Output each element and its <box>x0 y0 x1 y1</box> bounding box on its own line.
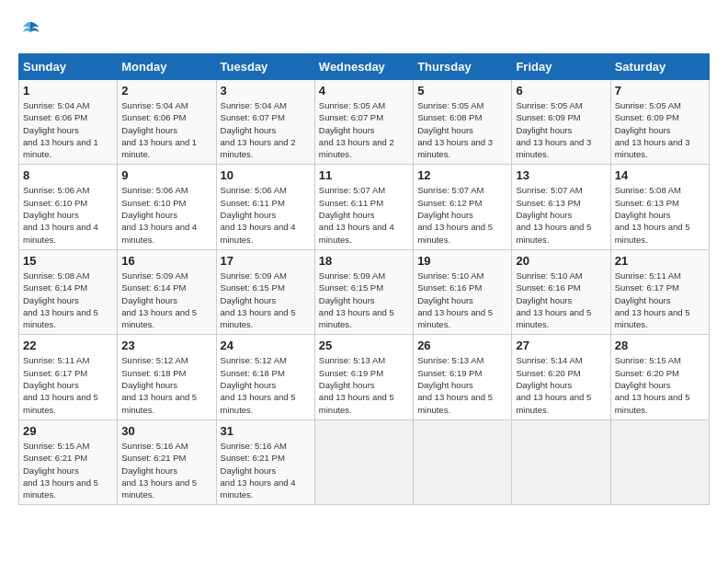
calendar-cell <box>610 419 709 504</box>
day-info: Sunrise: 5:12 AM Sunset: 6:18 PM Dayligh… <box>121 354 211 415</box>
day-number: 20 <box>516 254 606 268</box>
day-number: 4 <box>319 84 409 98</box>
calendar-cell: 31 Sunrise: 5:16 AM Sunset: 6:21 PM Dayl… <box>216 419 314 504</box>
calendar-cell: 8 Sunrise: 5:06 AM Sunset: 6:10 PM Dayli… <box>19 165 118 249</box>
day-number: 17 <box>221 254 311 268</box>
logo <box>18 18 40 39</box>
calendar-cell: 17 Sunrise: 5:09 AM Sunset: 6:15 PM Dayl… <box>216 249 314 334</box>
day-number: 29 <box>23 424 113 438</box>
day-number: 18 <box>319 254 409 268</box>
calendar-cell <box>314 419 413 504</box>
calendar-cell: 29 Sunrise: 5:15 AM Sunset: 6:21 PM Dayl… <box>19 419 118 504</box>
day-number: 5 <box>417 84 507 98</box>
day-info: Sunrise: 5:13 AM Sunset: 6:19 PM Dayligh… <box>417 354 507 415</box>
day-number: 30 <box>121 424 211 438</box>
logo-bird-icon <box>20 18 40 39</box>
calendar-week-row: 8 Sunrise: 5:06 AM Sunset: 6:10 PM Dayli… <box>19 165 710 249</box>
day-info: Sunrise: 5:16 AM Sunset: 6:21 PM Dayligh… <box>121 440 211 500</box>
day-info: Sunrise: 5:15 AM Sunset: 6:21 PM Dayligh… <box>23 440 113 500</box>
day-number: 24 <box>221 339 311 352</box>
calendar-cell: 16 Sunrise: 5:09 AM Sunset: 6:14 PM Dayl… <box>118 249 216 334</box>
calendar-cell: 28 Sunrise: 5:15 AM Sunset: 6:20 PM Dayl… <box>610 335 709 419</box>
day-info: Sunrise: 5:06 AM Sunset: 6:11 PM Dayligh… <box>221 184 311 245</box>
day-number: 23 <box>121 339 211 352</box>
day-header-saturday: Saturday <box>610 54 709 80</box>
calendar-table: SundayMondayTuesdayWednesdayThursdayFrid… <box>18 53 710 505</box>
day-number: 26 <box>417 339 507 352</box>
calendar-cell: 10 Sunrise: 5:06 AM Sunset: 6:11 PM Dayl… <box>216 165 314 249</box>
day-number: 10 <box>221 168 311 182</box>
day-number: 22 <box>23 339 113 352</box>
day-info: Sunrise: 5:14 AM Sunset: 6:20 PM Dayligh… <box>516 354 606 415</box>
calendar-cell: 18 Sunrise: 5:09 AM Sunset: 6:15 PM Dayl… <box>314 249 413 334</box>
day-header-thursday: Thursday <box>414 54 512 80</box>
calendar-cell: 15 Sunrise: 5:08 AM Sunset: 6:14 PM Dayl… <box>19 249 118 334</box>
day-info: Sunrise: 5:04 AM Sunset: 6:06 PM Dayligh… <box>121 99 211 160</box>
day-number: 7 <box>615 84 705 98</box>
calendar-cell: 12 Sunrise: 5:07 AM Sunset: 6:12 PM Dayl… <box>414 165 512 249</box>
calendar-cell: 5 Sunrise: 5:05 AM Sunset: 6:08 PM Dayli… <box>414 80 512 165</box>
day-info: Sunrise: 5:08 AM Sunset: 6:14 PM Dayligh… <box>23 270 113 330</box>
day-number: 28 <box>615 339 705 352</box>
day-info: Sunrise: 5:09 AM Sunset: 6:14 PM Dayligh… <box>121 270 211 330</box>
calendar-cell <box>512 419 610 504</box>
calendar-header-row: SundayMondayTuesdayWednesdayThursdayFrid… <box>19 54 710 80</box>
day-number: 21 <box>615 254 705 268</box>
calendar-cell: 24 Sunrise: 5:12 AM Sunset: 6:18 PM Dayl… <box>216 335 314 419</box>
day-info: Sunrise: 5:07 AM Sunset: 6:13 PM Dayligh… <box>516 184 606 245</box>
day-info: Sunrise: 5:06 AM Sunset: 6:10 PM Dayligh… <box>23 184 113 245</box>
day-info: Sunrise: 5:07 AM Sunset: 6:11 PM Dayligh… <box>319 184 409 245</box>
day-info: Sunrise: 5:11 AM Sunset: 6:17 PM Dayligh… <box>615 270 705 330</box>
calendar-cell: 4 Sunrise: 5:05 AM Sunset: 6:07 PM Dayli… <box>314 80 413 165</box>
calendar-week-row: 22 Sunrise: 5:11 AM Sunset: 6:17 PM Dayl… <box>19 335 710 419</box>
day-header-tuesday: Tuesday <box>216 54 314 80</box>
day-info: Sunrise: 5:05 AM Sunset: 6:09 PM Dayligh… <box>615 99 705 160</box>
day-number: 3 <box>221 84 311 98</box>
day-header-wednesday: Wednesday <box>314 54 413 80</box>
calendar-cell: 13 Sunrise: 5:07 AM Sunset: 6:13 PM Dayl… <box>512 165 610 249</box>
day-header-monday: Monday <box>118 54 216 80</box>
day-number: 8 <box>23 168 113 182</box>
day-info: Sunrise: 5:05 AM Sunset: 6:09 PM Dayligh… <box>516 99 606 160</box>
day-number: 2 <box>121 84 211 98</box>
calendar-cell: 30 Sunrise: 5:16 AM Sunset: 6:21 PM Dayl… <box>118 419 216 504</box>
day-info: Sunrise: 5:04 AM Sunset: 6:06 PM Dayligh… <box>23 99 113 160</box>
day-info: Sunrise: 5:07 AM Sunset: 6:12 PM Dayligh… <box>417 184 507 245</box>
day-info: Sunrise: 5:08 AM Sunset: 6:13 PM Dayligh… <box>615 184 705 245</box>
day-info: Sunrise: 5:04 AM Sunset: 6:07 PM Dayligh… <box>221 99 311 160</box>
day-number: 1 <box>23 84 113 98</box>
day-info: Sunrise: 5:05 AM Sunset: 6:08 PM Dayligh… <box>417 99 507 160</box>
day-number: 14 <box>615 168 705 182</box>
day-info: Sunrise: 5:11 AM Sunset: 6:17 PM Dayligh… <box>23 354 113 415</box>
calendar-cell: 3 Sunrise: 5:04 AM Sunset: 6:07 PM Dayli… <box>216 80 314 165</box>
calendar-cell: 22 Sunrise: 5:11 AM Sunset: 6:17 PM Dayl… <box>19 335 118 419</box>
calendar-cell: 27 Sunrise: 5:14 AM Sunset: 6:20 PM Dayl… <box>512 335 610 419</box>
day-number: 19 <box>417 254 507 268</box>
day-header-sunday: Sunday <box>19 54 118 80</box>
day-info: Sunrise: 5:09 AM Sunset: 6:15 PM Dayligh… <box>221 270 311 330</box>
calendar-cell: 26 Sunrise: 5:13 AM Sunset: 6:19 PM Dayl… <box>414 335 512 419</box>
calendar-body: 1 Sunrise: 5:04 AM Sunset: 6:06 PM Dayli… <box>19 80 710 505</box>
calendar-cell: 21 Sunrise: 5:11 AM Sunset: 6:17 PM Dayl… <box>610 249 709 334</box>
day-number: 13 <box>516 168 606 182</box>
calendar-cell: 23 Sunrise: 5:12 AM Sunset: 6:18 PM Dayl… <box>118 335 216 419</box>
calendar-week-row: 15 Sunrise: 5:08 AM Sunset: 6:14 PM Dayl… <box>19 249 710 334</box>
calendar-cell: 11 Sunrise: 5:07 AM Sunset: 6:11 PM Dayl… <box>314 165 413 249</box>
day-number: 15 <box>23 254 113 268</box>
calendar-cell: 20 Sunrise: 5:10 AM Sunset: 6:16 PM Dayl… <box>512 249 610 334</box>
page-header <box>18 18 710 39</box>
day-info: Sunrise: 5:09 AM Sunset: 6:15 PM Dayligh… <box>319 270 409 330</box>
day-info: Sunrise: 5:13 AM Sunset: 6:19 PM Dayligh… <box>319 354 409 415</box>
calendar-cell: 14 Sunrise: 5:08 AM Sunset: 6:13 PM Dayl… <box>610 165 709 249</box>
calendar-cell: 7 Sunrise: 5:05 AM Sunset: 6:09 PM Dayli… <box>610 80 709 165</box>
day-number: 27 <box>516 339 606 352</box>
calendar-cell: 19 Sunrise: 5:10 AM Sunset: 6:16 PM Dayl… <box>414 249 512 334</box>
calendar-week-row: 29 Sunrise: 5:15 AM Sunset: 6:21 PM Dayl… <box>19 419 710 504</box>
day-header-friday: Friday <box>512 54 610 80</box>
calendar-cell: 1 Sunrise: 5:04 AM Sunset: 6:06 PM Dayli… <box>19 80 118 165</box>
day-number: 31 <box>221 424 311 438</box>
day-number: 9 <box>121 168 211 182</box>
calendar-cell <box>414 419 512 504</box>
calendar-cell: 2 Sunrise: 5:04 AM Sunset: 6:06 PM Dayli… <box>118 80 216 165</box>
day-info: Sunrise: 5:05 AM Sunset: 6:07 PM Dayligh… <box>319 99 409 160</box>
